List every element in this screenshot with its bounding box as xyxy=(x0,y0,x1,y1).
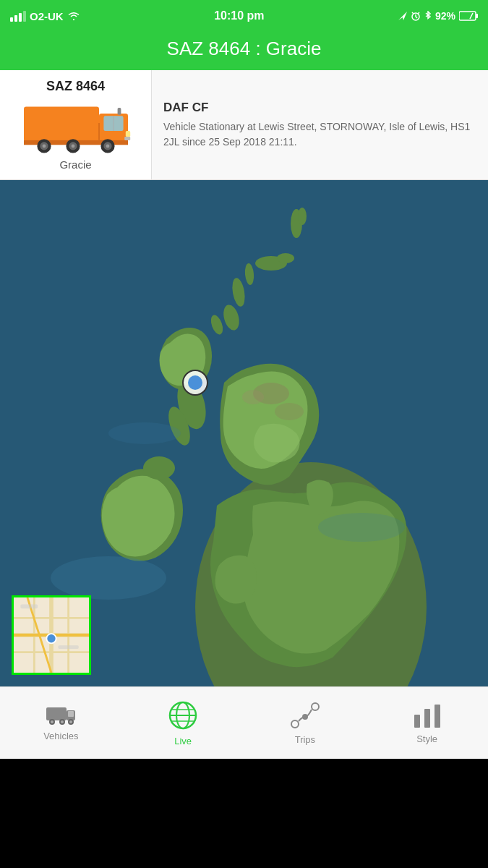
svg-rect-0 xyxy=(10,17,13,22)
svg-line-7 xyxy=(416,17,417,18)
vehicle-name-label: Gracie xyxy=(59,158,91,171)
vehicle-location-pin xyxy=(182,370,208,396)
svg-rect-2 xyxy=(19,13,22,22)
vehicles-icon xyxy=(45,705,77,726)
bluetooth-icon xyxy=(424,11,432,21)
wifi-icon xyxy=(67,11,80,21)
svg-rect-31 xyxy=(124,137,130,140)
svg-point-61 xyxy=(46,634,56,643)
svg-point-70 xyxy=(61,720,64,723)
nav-item-trips[interactable]: Trips xyxy=(244,687,367,759)
svg-point-68 xyxy=(51,720,53,723)
battery-percentage: 92% xyxy=(435,10,455,22)
header-title: SAZ 8464 : Gracie xyxy=(167,38,322,59)
svg-line-9 xyxy=(418,12,419,14)
location-arrow-icon xyxy=(398,12,407,20)
svg-point-26 xyxy=(71,145,74,148)
nav-item-vehicles[interactable]: Vehicles xyxy=(0,687,122,759)
carrier-label: O2-UK xyxy=(30,10,64,22)
svg-rect-66 xyxy=(68,711,74,717)
svg-point-47 xyxy=(275,403,304,420)
vehicle-info: DAF CF Vehicle Stationary at Lewis Stree… xyxy=(152,70,488,179)
live-icon xyxy=(167,699,199,731)
svg-rect-30 xyxy=(125,131,129,137)
svg-point-42 xyxy=(277,253,294,263)
battery-icon xyxy=(459,11,478,21)
status-bar: O2-UK 10:10 pm 92% xyxy=(0,0,488,32)
style-label: Style xyxy=(416,733,437,744)
bottom-navigation: Vehicles Live Trips Sty xyxy=(0,686,488,759)
svg-rect-81 xyxy=(414,715,420,728)
svg-rect-63 xyxy=(58,645,78,649)
mini-map-thumbnail[interactable] xyxy=(12,595,91,675)
nav-item-live[interactable]: Live xyxy=(122,687,244,759)
svg-point-23 xyxy=(42,145,46,148)
svg-point-72 xyxy=(69,720,72,723)
live-label: Live xyxy=(174,736,192,746)
page-header: SAZ 8464 : Gracie xyxy=(0,32,488,70)
trips-icon xyxy=(289,701,321,730)
mini-map-svg xyxy=(14,597,89,673)
pin-inner-dot xyxy=(188,375,202,390)
svg-point-49 xyxy=(51,556,166,600)
style-icon xyxy=(411,702,443,729)
svg-point-51 xyxy=(108,422,181,444)
vehicle-status-text: Vehicle Stationary at Lewis Street, STOR… xyxy=(163,119,476,150)
alarm-icon xyxy=(411,11,421,21)
svg-marker-4 xyxy=(398,12,407,20)
pin-outer-ring xyxy=(182,370,208,396)
nav-item-style[interactable]: Style xyxy=(366,687,488,759)
svg-point-50 xyxy=(318,513,405,542)
svg-point-79 xyxy=(312,703,319,710)
svg-rect-19 xyxy=(117,108,121,115)
trips-label: Trips xyxy=(295,734,315,745)
status-carrier-wifi: O2-UK xyxy=(10,10,80,22)
map-area[interactable] xyxy=(0,180,488,686)
truck-image xyxy=(18,100,134,154)
vehicle-card: SAZ 8464 xyxy=(0,70,488,180)
svg-rect-3 xyxy=(23,11,26,22)
svg-rect-62 xyxy=(20,604,38,608)
pin-stop-icon xyxy=(192,379,199,386)
status-right-icons: 92% xyxy=(398,10,478,22)
svg-point-45 xyxy=(143,456,175,480)
svg-point-48 xyxy=(242,390,264,404)
svg-rect-83 xyxy=(435,705,440,728)
svg-rect-82 xyxy=(424,709,430,728)
svg-point-29 xyxy=(106,145,109,148)
status-time: 10:10 pm xyxy=(214,9,264,22)
svg-rect-1 xyxy=(14,15,17,22)
svg-rect-11 xyxy=(476,14,478,18)
vehicle-plate-label: SAZ 8464 xyxy=(46,79,105,94)
svg-rect-64 xyxy=(46,707,67,720)
signal-icon xyxy=(10,10,26,22)
vehicle-thumbnail: SAZ 8464 xyxy=(0,70,152,179)
vehicle-model-label: DAF CF xyxy=(163,101,476,115)
svg-line-8 xyxy=(412,12,414,14)
svg-point-44 xyxy=(298,208,307,225)
svg-point-78 xyxy=(291,720,299,728)
vehicles-label: Vehicles xyxy=(43,731,78,741)
svg-rect-14 xyxy=(24,107,99,142)
